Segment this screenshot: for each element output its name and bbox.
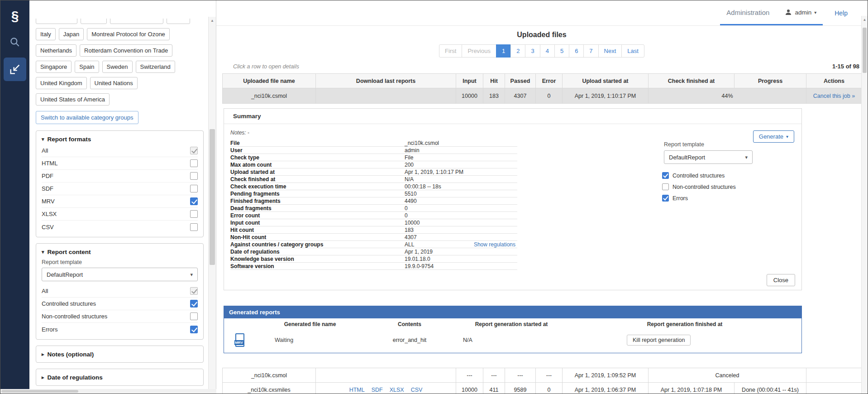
content-non-controlled-checkbox[interactable] — [190, 312, 198, 320]
download-csv-link[interactable]: CSV — [411, 387, 423, 393]
format-sdf-checkbox[interactable] — [190, 185, 198, 192]
date-section-header[interactable]: ▸ Date of regulations — [42, 373, 198, 382]
country-button-netherlands[interactable]: Netherlands — [36, 44, 76, 57]
country-button-italy[interactable]: Italy — [36, 28, 56, 40]
content-controlled-checkbox[interactable] — [190, 300, 198, 308]
mrv-badge-label: MRV — [234, 340, 243, 345]
country-button-switzerland[interactable]: Switzerland — [136, 61, 175, 73]
upload-nav-button[interactable] — [4, 58, 26, 81]
column-header[interactable]: Passed — [505, 74, 536, 88]
column-header[interactable]: Download last reports — [316, 74, 456, 88]
pagination-page-4[interactable]: 4 — [540, 44, 555, 58]
country-button[interactable] — [81, 19, 107, 24]
table-row-selected[interactable]: _nci10k.csmol 10000 183 4307 0 Apr 1, 20… — [223, 88, 861, 103]
pagination-page-5[interactable]: 5 — [554, 44, 569, 58]
download-html-link[interactable]: HTML — [349, 387, 365, 393]
summary-controlled-checkbox[interactable] — [662, 172, 669, 179]
column-header[interactable]: Hit — [483, 74, 505, 88]
error-cell: 0 — [536, 383, 563, 394]
column-header[interactable]: Error — [536, 74, 563, 88]
column-header[interactable]: Progress — [734, 74, 806, 88]
scroll-up-icon[interactable]: ▲ — [862, 16, 868, 23]
app-logo-icon[interactable]: § — [11, 5, 19, 27]
scrollbar-thumb[interactable] — [863, 28, 867, 73]
country-button-montreal-protocol[interactable]: Montreal Protocol for Ozone — [87, 28, 170, 40]
summary-non-controlled-checkbox[interactable] — [662, 183, 669, 190]
country-button-sweden[interactable]: Sweden — [102, 61, 133, 73]
hit-cell: --- — [483, 368, 505, 383]
main-scrollbar[interactable]: ▲ — [861, 16, 868, 394]
pagination-page-3[interactable]: 3 — [525, 44, 540, 58]
table-row-canceled[interactable]: _nci10k.csmol --- --- --- --- Apr 1, 201… — [223, 368, 861, 383]
scroll-up-icon[interactable]: ▲ — [209, 17, 216, 24]
country-button[interactable] — [167, 19, 190, 24]
progress-cell: 44% — [649, 88, 806, 103]
pagination-next[interactable]: Next — [598, 44, 622, 58]
close-button[interactable]: Close — [767, 274, 795, 286]
table-row-done[interactable]: _nci10k.cxsmiles HTML SDF XLSX CSV 10000… — [223, 383, 861, 394]
scrollbar-thumb[interactable] — [1, 390, 78, 393]
show-regulations-link[interactable]: Show regulations — [474, 241, 515, 248]
country-button-united-kingdom[interactable]: United Kingdom — [36, 77, 87, 89]
pagination-page-1[interactable]: 1 — [496, 44, 511, 58]
content-errors-checkbox[interactable] — [190, 326, 198, 333]
format-csv-checkbox[interactable] — [190, 223, 198, 231]
left-panel-scrollbar[interactable]: ▲ — [208, 17, 216, 389]
report-template-select[interactable]: DefaultReport ▾ — [42, 268, 198, 281]
format-mrv-checkbox[interactable] — [190, 197, 198, 205]
summary-report-template-select[interactable]: DefaultReport ▾ — [664, 150, 753, 164]
content-all-checkbox[interactable] — [190, 287, 198, 295]
pagination-page-6[interactable]: 6 — [569, 44, 584, 58]
progress-cell: Done (00:00:41 -- 41s) — [734, 383, 806, 394]
summary-non-controlled-row: Non-controlled structures — [662, 183, 736, 190]
cancel-job-link[interactable]: Cancel this job » — [806, 88, 861, 103]
switch-category-groups-button[interactable]: Switch to available category groups — [36, 111, 138, 124]
section-title-text: Report formats — [48, 136, 91, 143]
column-header[interactable]: Upload started at — [563, 74, 649, 88]
column-header: Report generation finished at — [568, 318, 801, 329]
pagination-page-7[interactable]: 7 — [583, 44, 598, 58]
column-header[interactable]: Check finished at — [649, 74, 734, 88]
pagination-first[interactable]: First — [439, 44, 462, 58]
icon-rail: § — [0, 0, 29, 394]
report-content-section-header[interactable]: ▾ Report content — [42, 248, 198, 257]
format-pdf-checkbox[interactable] — [190, 172, 198, 180]
pagination-previous[interactable]: Previous — [462, 44, 496, 58]
notes-section-header[interactable]: ▸ Notes (optional) — [42, 350, 198, 359]
country-button[interactable] — [36, 19, 77, 24]
upload-started-cell: Apr 1, 2019, 1:06:37 PM — [563, 383, 649, 394]
country-button-united-nations[interactable]: United Nations — [90, 77, 138, 89]
left-horizontal-scrollbar[interactable] — [0, 389, 216, 394]
scrollbar-thumb[interactable] — [210, 129, 215, 265]
format-xlsx-checkbox[interactable] — [190, 210, 198, 218]
country-button-rotterdam-convention[interactable]: Rotterdam Convention on Trade — [80, 44, 172, 57]
generate-button[interactable]: Generate ▾ — [753, 130, 794, 143]
uploaded-files-table: Uploaded file name Download last reports… — [222, 73, 861, 104]
pagination-last[interactable]: Last — [621, 44, 644, 58]
kill-report-generation-button[interactable]: Kill report generation — [627, 335, 691, 346]
column-header[interactable]: Uploaded file name — [223, 74, 316, 88]
kv-key: Finished fragments — [230, 198, 405, 204]
download-xlsx-link[interactable]: XLSX — [390, 387, 404, 393]
country-button-usa[interactable]: United States of America — [36, 93, 110, 106]
search-nav-button[interactable] — [4, 30, 26, 54]
country-button[interactable] — [110, 19, 163, 24]
country-button-singapore[interactable]: Singapore — [36, 61, 72, 73]
country-button-spain[interactable]: Spain — [75, 61, 99, 73]
file-name-cell: _nci10k.csmol — [223, 368, 316, 383]
report-formats-section-header[interactable]: ▾ Report formats — [42, 135, 198, 144]
format-html-checkbox[interactable] — [190, 159, 198, 167]
column-header[interactable]: Input — [456, 74, 483, 88]
format-all-checkbox[interactable] — [190, 147, 198, 154]
column-header[interactable]: Actions — [806, 74, 861, 88]
pagination-page-2[interactable]: 2 — [510, 44, 525, 58]
date-of-regulations-section: ▸ Date of regulations — [36, 369, 204, 386]
download-sdf-link[interactable]: SDF — [372, 387, 383, 393]
administration-tab[interactable]: Administration — [726, 9, 769, 16]
user-menu[interactable]: admin ▾ — [785, 9, 816, 16]
country-button-japan[interactable]: Japan — [59, 28, 84, 40]
kv-value: 183 — [405, 227, 517, 233]
help-link[interactable]: Help — [835, 0, 848, 25]
summary-errors-checkbox[interactable] — [662, 195, 669, 202]
section-title-text: Notes (optional) — [48, 351, 94, 358]
